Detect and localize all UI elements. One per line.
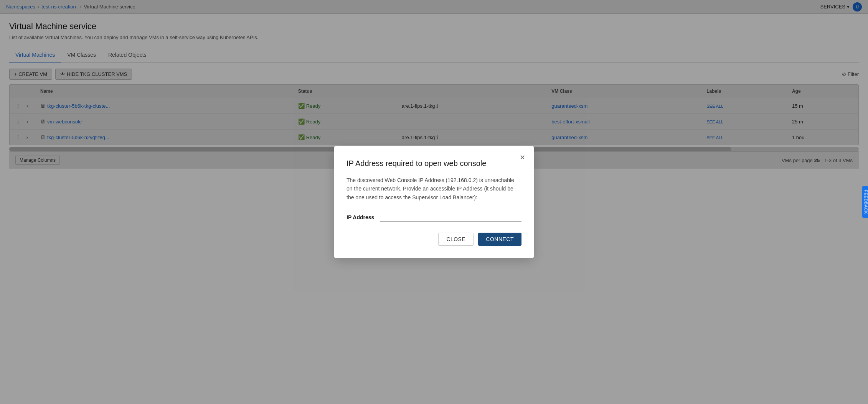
modal-close-button[interactable]: ✕	[517, 152, 528, 163]
ip-address-modal: IP Address required to open web console …	[334, 146, 534, 176]
modal-body: The discovered Web Console IP Address (1…	[347, 176, 521, 176]
modal-title: IP Address required to open web console	[347, 158, 521, 168]
modal-overlay: IP Address required to open web console …	[0, 0, 868, 176]
